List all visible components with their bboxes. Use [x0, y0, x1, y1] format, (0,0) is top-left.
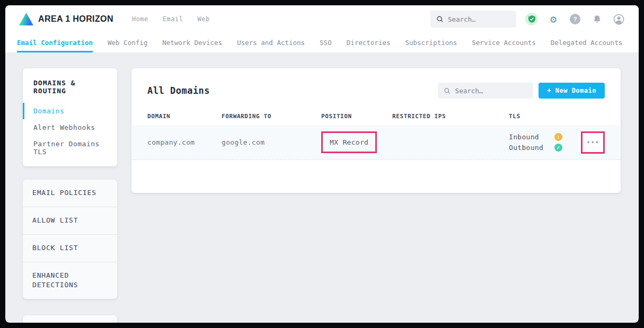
search-icon: [437, 15, 443, 23]
cell-domain: company.com: [147, 138, 222, 146]
brand-name: AREA 1 HORIZON: [38, 14, 113, 24]
column-header-tls: TLS: [509, 113, 575, 120]
column-header-position: POSITION: [321, 113, 392, 120]
top-bar-right: ⚙ ?: [430, 11, 625, 28]
config-tabs: Email Configuration Web Config Network D…: [5, 33, 639, 53]
tls-outbound-row: Outbound ✓: [509, 144, 575, 152]
sidebar-section-retract-settings[interactable]: RETRACT SETTINGS: [23, 315, 117, 323]
gear-icon: ⚙: [550, 14, 557, 24]
tls-outbound-label: Outbound: [509, 144, 554, 152]
domains-routing-title: DOMAINS & ROUTING: [23, 79, 117, 95]
search-icon: [444, 87, 450, 94]
table-header-row: DOMAIN FORWARDING TO POSITION RESTRICTED…: [131, 110, 621, 125]
column-header-actions: [575, 113, 605, 120]
sidebar-section-block-list[interactable]: BLOCK LIST: [23, 234, 117, 262]
nav-item-home[interactable]: Home: [132, 15, 148, 23]
warning-icon: !: [554, 133, 562, 141]
column-header-restricted-ips: RESTRICTED IPS: [392, 113, 509, 120]
shield-check-icon: [525, 13, 538, 25]
new-domain-button[interactable]: + New Domain: [539, 83, 605, 99]
tls-inbound-row: Inbound !: [509, 133, 575, 141]
nav-item-email[interactable]: Email: [163, 15, 183, 23]
tls-inbound-label: Inbound: [509, 133, 554, 141]
bell-icon: [593, 14, 602, 24]
tab-network-devices[interactable]: Network Devices: [162, 33, 222, 52]
retract-card: RETRACT SETTINGS: [23, 315, 117, 323]
sidebar-item-alert-webhooks[interactable]: Alert Webhooks: [23, 119, 117, 136]
table-row: company.com google.com MX Record Inbound…: [131, 125, 621, 160]
security-status-button[interactable]: [525, 13, 538, 25]
column-header-forwarding-to: FORWARDING TO: [222, 113, 321, 120]
page-title: All Domains: [147, 85, 210, 96]
annotation-box-position: MX Record: [321, 131, 377, 153]
all-domains-panel: All Domains + New Domain DOMAIN FORWARDI…: [131, 68, 621, 193]
cell-position: MX Record: [321, 131, 392, 153]
user-avatar-icon: [613, 14, 624, 25]
domains-search-input[interactable]: [455, 87, 527, 95]
cell-actions: •••: [575, 131, 605, 154]
tab-sso[interactable]: SSO: [320, 33, 332, 52]
global-search: [430, 11, 516, 28]
tab-users-and-actions[interactable]: Users and Actions: [237, 33, 305, 52]
top-bar: AREA 1 HORIZON Home Email Web: [5, 5, 639, 33]
content-area: DOMAINS & ROUTING Domains Alert Webhooks…: [5, 53, 639, 323]
sidebar-section-allow-list[interactable]: ALLOW LIST: [23, 207, 117, 234]
global-search-input[interactable]: [448, 15, 510, 23]
question-mark-icon: ?: [570, 14, 580, 24]
policies-card: EMAIL POLICIES ALLOW LIST BLOCK LIST ENH…: [23, 180, 117, 299]
notifications-button[interactable]: [590, 13, 603, 25]
app-window: AREA 1 HORIZON Home Email Web: [5, 5, 639, 323]
account-button[interactable]: [612, 13, 625, 25]
sidebar-section-enhanced-detections[interactable]: ENHANCED DETECTIONS: [23, 262, 117, 299]
primary-nav: Home Email Web: [132, 15, 210, 23]
panel-header: All Domains + New Domain: [131, 68, 621, 110]
sidebar: DOMAINS & ROUTING Domains Alert Webhooks…: [23, 68, 117, 323]
settings-button[interactable]: ⚙: [547, 13, 560, 25]
tab-email-configuration[interactable]: Email Configuration: [17, 33, 93, 52]
check-icon: ✓: [554, 144, 562, 152]
domains-search: [438, 83, 533, 99]
tab-delegated-accounts[interactable]: Delegated Accounts: [551, 33, 622, 52]
cell-tls: Inbound ! Outbound ✓: [509, 133, 575, 152]
sidebar-item-partner-domains-tls[interactable]: Partner Domains TLS: [23, 136, 117, 160]
brand-logo[interactable]: AREA 1 HORIZON: [19, 13, 113, 25]
column-header-domain: DOMAIN: [147, 113, 222, 120]
sidebar-section-email-policies[interactable]: EMAIL POLICIES: [23, 180, 117, 207]
tab-service-accounts[interactable]: Service Accounts: [472, 33, 535, 52]
tab-web-config[interactable]: Web Config: [108, 33, 147, 52]
annotation-box-actions: •••: [581, 131, 605, 154]
cell-forwarding-to: google.com: [222, 138, 321, 146]
tab-subscriptions[interactable]: Subscriptions: [405, 33, 457, 52]
sidebar-item-domains[interactable]: Domains: [23, 103, 117, 119]
nav-item-web[interactable]: Web: [197, 15, 209, 23]
panel-actions: + New Domain: [438, 83, 605, 99]
help-button[interactable]: ?: [569, 13, 581, 25]
tab-directories[interactable]: Directories: [347, 33, 391, 52]
domains-routing-card: DOMAINS & ROUTING Domains Alert Webhooks…: [23, 68, 117, 166]
area1-triangle-icon: [19, 13, 33, 25]
row-actions-menu-icon[interactable]: •••: [586, 139, 599, 146]
